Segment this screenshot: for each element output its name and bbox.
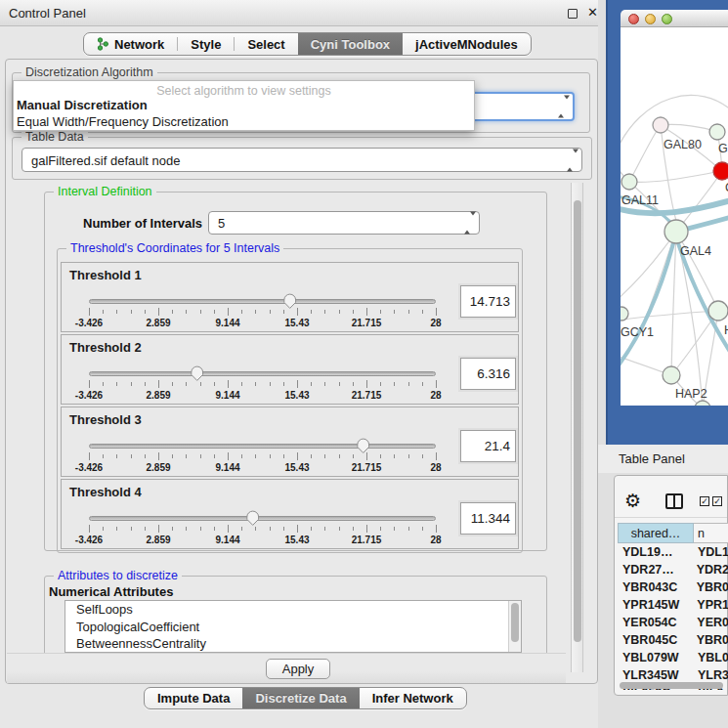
table-row[interactable]: YDL19…YDL1 [618, 543, 728, 561]
slider-tick-label: 21.715 [352, 535, 382, 545]
slider-tick-label: 28 [430, 318, 441, 328]
attribute-list-item[interactable]: TopologicalCoefficient [65, 619, 521, 636]
slider-thumb[interactable] [245, 509, 260, 526]
combo-spinner-icon[interactable] [558, 100, 565, 114]
panel-scrollbar-thumb[interactable] [574, 200, 581, 642]
tab-cyni-toolbox[interactable]: Cyni Toolbox [298, 33, 403, 55]
tab-jactivemnodules[interactable]: jActiveMNodules [403, 33, 531, 55]
threshold-slider[interactable]: -3.4262.8599.14415.4321.71528 [89, 364, 436, 402]
table-panel: ⚙ ✓ ✓ shared… n YDL19…YDL1YDR27…YDR2YBR0… [614, 475, 728, 696]
apply-button[interactable]: Apply [266, 659, 330, 679]
tab-network[interactable]: Network [84, 33, 177, 55]
checkbox-icon[interactable]: ✓ [700, 496, 709, 506]
number-of-intervals-combobox[interactable]: 5 [208, 211, 480, 235]
network-node[interactable] [663, 366, 680, 384]
network-node[interactable] [709, 124, 725, 140]
slider-tick [380, 527, 381, 531]
combo-spinner-icon[interactable] [464, 216, 471, 231]
slider-tick-label: 28 [430, 462, 441, 473]
threshold-slider[interactable]: -3.4262.8599.14415.4321.71528 [89, 509, 436, 546]
dropdown-option-equal-width[interactable]: Equal Width/Frequency Discretization [14, 114, 474, 131]
checkbox-icon[interactable]: ✓ [712, 496, 722, 506]
combo-spinner-icon[interactable] [567, 152, 574, 167]
slider-tick-label: 2.859 [146, 535, 170, 545]
slider-thumb[interactable] [190, 364, 204, 381]
split-view-icon[interactable] [665, 493, 683, 509]
network-node[interactable] [664, 220, 688, 243]
table-row[interactable]: YER054CYER0 [618, 614, 728, 631]
tab-discretize-data[interactable]: Discretize Data [242, 688, 359, 708]
slider-tick [145, 454, 146, 458]
threshold-value-field[interactable]: 6.316 [460, 358, 516, 390]
slider-tick [436, 380, 437, 388]
tab-select[interactable]: Select [235, 33, 297, 55]
slider-thumb[interactable] [356, 437, 370, 453]
attribute-list-item[interactable]: SelfLoops [65, 601, 521, 619]
table-data-combobox[interactable]: galFiltered.sif default node [21, 148, 582, 172]
threshold-panel: Threshold 1-3.4262.8599.14415.4321.71528… [61, 262, 519, 332]
threshold-slider[interactable]: -3.4262.8599.14415.4321.71528 [89, 292, 436, 329]
threshold-slider[interactable]: -3.4262.8599.14415.4321.71528 [89, 437, 436, 474]
table-row[interactable]: YDR27…YDR2 [618, 561, 728, 578]
network-node[interactable] [621, 307, 628, 321]
network-node[interactable] [708, 301, 728, 321]
panel-scrollbar[interactable] [571, 183, 583, 672]
slider-tick [422, 454, 423, 458]
slider-tick-label: -3.426 [75, 462, 103, 473]
slider-tick-label: 15.43 [284, 318, 309, 328]
dropdown-option-manual[interactable]: Manual Discretization [14, 98, 474, 114]
list-scrollbar[interactable] [508, 601, 521, 652]
minimize-traffic-light[interactable] [645, 14, 656, 24]
numerical-attributes-list[interactable]: SelfLoopsTopologicalCoefficientBetweenne… [64, 600, 522, 653]
table-row[interactable]: YBL079WYBL0 [618, 649, 728, 666]
table-row[interactable]: YBR043CYBR0 [618, 578, 728, 596]
close-traffic-light[interactable] [628, 14, 639, 24]
tab-style[interactable]: Style [178, 33, 234, 55]
slider-tick [158, 308, 159, 316]
horizontal-scrollbar[interactable] [620, 682, 723, 689]
slider-tick-label: 9.144 [215, 535, 239, 545]
slider-tick [408, 527, 409, 531]
slider-tick [297, 525, 298, 533]
list-scrollbar-thumb[interactable] [511, 603, 519, 642]
network-node[interactable] [713, 162, 728, 180]
slider-tick [145, 310, 146, 314]
slider-track[interactable] [89, 444, 436, 449]
slider-track[interactable] [89, 516, 436, 521]
threshold-value-field[interactable]: 11.344 [460, 502, 516, 535]
slider-tick [394, 527, 395, 531]
slider-track[interactable] [89, 371, 436, 376]
slider-track[interactable] [89, 299, 436, 304]
cell-name: YBR0 [693, 631, 728, 649]
threshold-value-field[interactable]: 21.4 [460, 430, 516, 462]
slider-tick-label: 21.715 [352, 318, 382, 328]
gear-icon[interactable]: ⚙ [624, 492, 641, 510]
float-window-icon[interactable] [568, 9, 578, 19]
panel-title: Control Panel [9, 6, 86, 21]
threshold-value-field[interactable]: 14.713 [460, 285, 516, 318]
slider-thumb[interactable] [282, 292, 297, 309]
network-node[interactable] [621, 174, 637, 190]
table-panel-header: Table Panel [598, 445, 728, 473]
slider-tick-label: 28 [430, 390, 441, 401]
column-header-shared[interactable]: shared… [618, 523, 694, 543]
table-row[interactable]: YPR145WYPR1 [618, 596, 728, 614]
cell-name: YBR0 [693, 578, 728, 596]
slider-tick [339, 527, 340, 531]
cell-shared-name: YPR145W [618, 596, 693, 614]
attribute-list-item[interactable]: BetweennessCentrality [65, 635, 521, 653]
network-node[interactable] [695, 401, 710, 406]
slider-tick [116, 454, 117, 458]
zoom-traffic-light[interactable] [662, 14, 672, 24]
slider-tick [255, 382, 256, 386]
close-icon[interactable]: ✕ [587, 5, 598, 20]
tab-infer-network[interactable]: Infer Network [360, 688, 466, 708]
slider-tick [422, 382, 423, 386]
column-header-name[interactable]: n [694, 523, 728, 543]
table-row[interactable]: YBR045CYBR0 [618, 631, 728, 649]
tab-impute-data[interactable]: Impute Data [145, 688, 242, 708]
slider-tick [214, 454, 215, 458]
network-canvas[interactable]: GAL80GCGAL11GAL4GCY1HHAP2 [621, 27, 728, 406]
slider-tick [283, 310, 284, 314]
network-node[interactable] [653, 117, 668, 133]
